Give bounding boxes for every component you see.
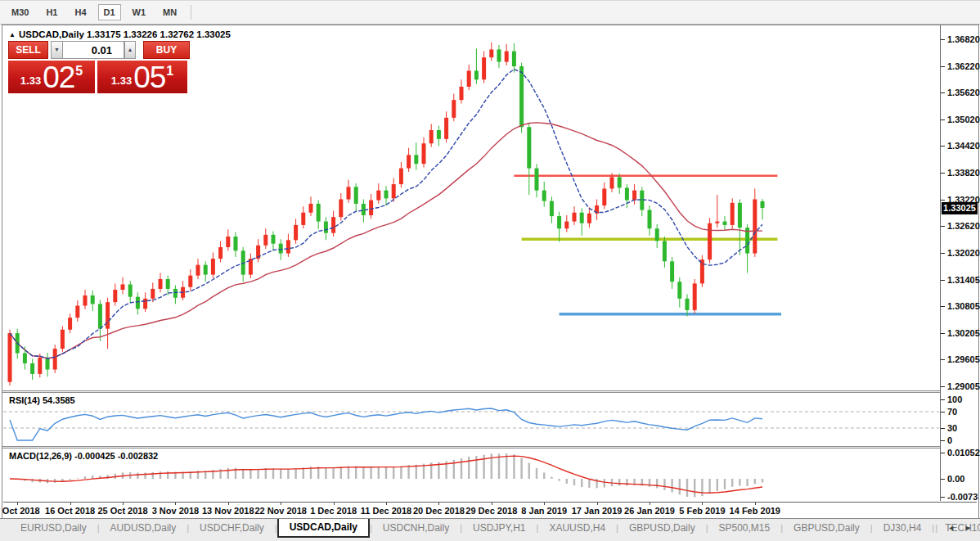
candle-body bbox=[414, 155, 418, 164]
tab-audusd-daily[interactable]: AUDUSD,Daily bbox=[100, 519, 187, 538]
tab-eurusd-daily[interactable]: EURUSD,Daily bbox=[10, 519, 97, 538]
candle-body bbox=[376, 191, 380, 201]
rsi-pane-canvas[interactable] bbox=[3, 393, 939, 446]
bid-price-box[interactable]: 1.33 02 5 bbox=[8, 61, 95, 93]
candle-body bbox=[422, 143, 426, 164]
ask-price-box[interactable]: 1.33 05 1 bbox=[97, 61, 187, 93]
timeframe-button-h4[interactable]: H4 bbox=[69, 4, 92, 20]
price-axis: 1.368201.362201.356201.350201.344201.338… bbox=[940, 25, 978, 501]
macd-scale-label: 0.00 bbox=[947, 473, 964, 485]
volume-increase-button[interactable]: ▲ bbox=[124, 41, 136, 59]
tab-usdjpy-h1[interactable]: USDJPY,H1 bbox=[462, 519, 536, 538]
rsi-line bbox=[10, 408, 762, 440]
candle-body bbox=[354, 187, 358, 204]
rsi-scale-label: 70 bbox=[947, 406, 957, 417]
axis-tick-mark bbox=[941, 200, 945, 201]
tab-scroll-controls: | ◄ ► bbox=[935, 523, 972, 533]
tab-sp500-m15[interactable]: SP500,M15 bbox=[708, 519, 781, 538]
macd-scale-label: -0.0073 bbox=[947, 491, 978, 503]
bid-price-big-digits: 02 bbox=[43, 65, 74, 91]
price-tick-label: 1.33820 bbox=[947, 167, 980, 178]
candle-body bbox=[98, 304, 102, 328]
candle-body bbox=[399, 169, 403, 185]
tab-usdchf-daily[interactable]: USDCHF,Daily bbox=[189, 519, 275, 538]
candle-body bbox=[564, 222, 569, 229]
date-tick-mark bbox=[123, 503, 124, 505]
tab-scroll-separator: | bbox=[935, 523, 937, 533]
price-tick-label: 1.29005 bbox=[947, 381, 980, 392]
axis-tick-mark bbox=[941, 253, 945, 254]
tab-usdcnh-daily[interactable]: USDCNH,Daily bbox=[372, 519, 460, 538]
candle-body bbox=[301, 213, 305, 225]
chart-tabs: EURUSD,Daily|AUDUSD,Daily|USDCHF,Daily|U… bbox=[10, 519, 980, 538]
candle-body bbox=[700, 259, 704, 283]
axis-tick-mark bbox=[941, 359, 945, 360]
candle-body bbox=[8, 333, 12, 382]
candle-body bbox=[91, 295, 95, 304]
pane-splitter[interactable] bbox=[2, 390, 977, 393]
axis-tick-mark bbox=[941, 226, 945, 227]
candle-body bbox=[61, 330, 65, 349]
candle-body bbox=[632, 191, 636, 201]
rsi-scale-label: 30 bbox=[947, 422, 957, 434]
candle-body bbox=[550, 201, 554, 216]
candle-body bbox=[106, 302, 110, 329]
date-tick-mark bbox=[175, 503, 176, 505]
buy-button[interactable]: BUY bbox=[143, 41, 190, 59]
tab-usdcad-daily[interactable]: USDCAD,Daily bbox=[277, 519, 370, 538]
date-tick-mark bbox=[228, 503, 229, 505]
candle-body bbox=[369, 201, 373, 215]
tab-gbpusd-daily[interactable]: GBPUSD,Daily bbox=[783, 519, 870, 538]
price-tick-label: 1.36820 bbox=[947, 34, 980, 45]
tab-scroll-left-icon[interactable]: ◄ bbox=[947, 524, 955, 532]
candle-body bbox=[196, 265, 200, 276]
candle-body bbox=[542, 191, 546, 201]
price-tick-label: 1.34420 bbox=[947, 140, 980, 151]
timeframe-button-m30[interactable]: M30 bbox=[6, 4, 34, 20]
date-tick-mark bbox=[597, 503, 598, 505]
date-tick-mark bbox=[17, 503, 18, 505]
macd-scale-label: 0.010525 bbox=[947, 447, 980, 458]
candle-body bbox=[347, 187, 351, 199]
volume-input[interactable] bbox=[62, 41, 124, 59]
candle-body bbox=[693, 283, 697, 310]
candle-body bbox=[467, 70, 471, 87]
candle-body bbox=[324, 222, 328, 233]
chart-ohlc-values: 1.33175 1.33226 1.32762 1.33025 bbox=[87, 29, 231, 39]
date-axis: 6 Oct 201816 Oct 201825 Oct 20183 Nov 20… bbox=[3, 502, 977, 518]
price-tick-label: 1.30205 bbox=[947, 327, 980, 339]
candle-body bbox=[573, 213, 577, 222]
axis-tick-mark bbox=[941, 280, 945, 281]
triangle-up-icon: ▲ bbox=[128, 47, 133, 52]
rsi-scale-label: 0 bbox=[947, 435, 952, 446]
tab-dj30-h4[interactable]: DJ30,H4 bbox=[873, 519, 933, 538]
timeframe-button-d1[interactable]: D1 bbox=[98, 4, 121, 20]
date-tick-mark bbox=[386, 503, 387, 505]
date-tick-mark bbox=[702, 503, 703, 505]
candle-body bbox=[362, 204, 366, 215]
tab-xauusd-h4[interactable]: XAUUSD,H4 bbox=[538, 519, 616, 538]
volume-decrease-button[interactable]: ▼ bbox=[51, 41, 62, 59]
candle-body bbox=[715, 222, 719, 223]
candle-body bbox=[136, 297, 140, 309]
chart-title: ▲USDCAD,Daily 1.33175 1.33226 1.32762 1.… bbox=[9, 29, 231, 39]
axis-tick-mark bbox=[941, 333, 945, 334]
bid-price-prefix: 1.33 bbox=[20, 74, 41, 87]
date-tick-mark bbox=[492, 503, 492, 505]
trade-quotes-row: 1.33 02 5 1.33 05 1 bbox=[8, 61, 191, 93]
pane-splitter[interactable] bbox=[2, 446, 977, 449]
candle-body bbox=[437, 130, 441, 139]
tab-gbpusd-daily[interactable]: GBPUSD,Daily bbox=[618, 519, 706, 538]
candle-body bbox=[731, 203, 735, 225]
timeframe-button-h1[interactable]: H1 bbox=[40, 4, 63, 20]
candle-body bbox=[505, 52, 509, 62]
tab-scroll-right-icon[interactable]: ► bbox=[964, 524, 972, 532]
timeframe-button-w1[interactable]: W1 bbox=[127, 4, 152, 20]
candle-body bbox=[738, 203, 742, 228]
timeframe-button-mn[interactable]: MN bbox=[157, 4, 182, 20]
bid-price-pipette: 5 bbox=[75, 64, 83, 79]
candle-body bbox=[460, 87, 464, 100]
date-tick-mark bbox=[334, 503, 335, 505]
price-tick-label: 1.32620 bbox=[947, 220, 980, 232]
sell-button[interactable]: SELL bbox=[8, 41, 48, 59]
